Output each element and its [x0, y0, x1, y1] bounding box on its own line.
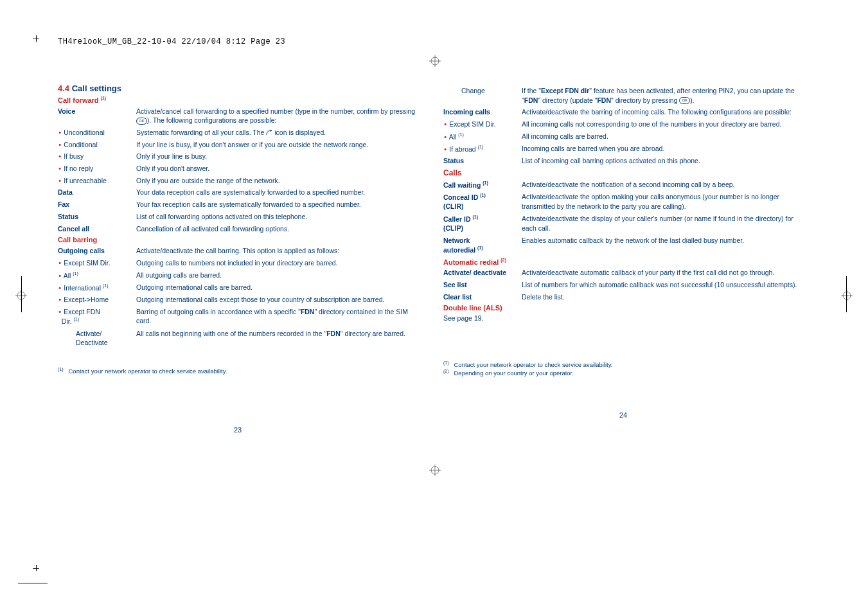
registration-mark: [429, 465, 441, 476]
row-value: Your fax reception calls are systematica…: [136, 200, 418, 209]
row-value: Only if you are outside the range of the…: [136, 176, 418, 186]
row-label: Fax: [58, 200, 136, 209]
row-label: • All (1): [443, 132, 522, 141]
row-value: Activate/cancel call forwarding to a spe…: [136, 107, 418, 125]
row-value: Only if your line is busy.: [136, 152, 418, 161]
page-number: 24: [443, 411, 803, 419]
section-heading: 4.4 Call settings: [58, 84, 418, 93]
row-label: Incoming calls: [443, 107, 522, 117]
row-value: Outgoing calls to numbers not included i…: [136, 258, 418, 268]
subheading: Automatic redial (2): [443, 258, 803, 266]
subheading: Call forward (1): [58, 96, 418, 104]
row-label: Activate/ deactivate: [443, 268, 522, 278]
row-value: If your line is busy, if you don't answe…: [136, 140, 418, 150]
ok-icon: OK: [679, 97, 690, 104]
row-value: Cancellation of all activated call forwa…: [136, 224, 418, 234]
row-label: • International (1): [58, 283, 136, 292]
row-label: • Except SIM Dir.: [443, 120, 522, 129]
row-label: Caller ID (1)(CLIP): [443, 214, 522, 233]
registration-mark: [841, 290, 853, 301]
row-value: All outgoing calls are barred.: [136, 271, 418, 280]
row-label: Outgoing calls: [58, 246, 136, 256]
row-value: Incoming calls are barred when you are a…: [522, 144, 803, 154]
row-label: Activate/ Deactivate: [58, 329, 136, 348]
subheading: Double line (ALS): [443, 304, 803, 312]
row-value: All calls not beginning with one of the …: [136, 329, 418, 339]
print-header: TH4relook_UM_GB_22-10-04 22/10/04 8:12 P…: [58, 37, 285, 46]
row-value: Delete the list.: [522, 292, 803, 302]
row-label: • Conditional: [58, 140, 136, 150]
row-label: Call waiting (1): [443, 180, 522, 190]
row-label: Status: [58, 212, 136, 222]
page-left: 4.4 Call settings Call forward (1) Voice…: [58, 84, 418, 434]
row-label: Voice: [58, 107, 136, 116]
row-label: Conceal ID (1)(CLIR): [443, 192, 522, 211]
row-value: Activate/deactivate the display of your …: [522, 214, 803, 233]
row-label: • If no reply: [58, 164, 136, 173]
footnote: (1) Contact your network operator to che…: [443, 360, 803, 376]
row-value: Outgoing international calls except thos…: [136, 295, 418, 305]
subheading: Call barring: [58, 236, 418, 244]
row-value: Your data reception calls are systematic…: [136, 188, 418, 197]
row-value: Enables automatic callback by the networ…: [522, 236, 803, 245]
row-value: All incoming calls are barred.: [522, 132, 803, 141]
row-label: • All (1): [58, 271, 136, 280]
fold-mark: [18, 583, 48, 583]
body-text: See page 19.: [443, 314, 803, 322]
row-label: See list: [443, 280, 522, 290]
forward-icon: [266, 130, 272, 136]
page-number: 23: [58, 426, 418, 434]
row-value: Activate/deactivate the barring of incom…: [522, 107, 803, 117]
row-value: Only if you don't answer.: [136, 164, 418, 173]
row-label: Networkautoredial (1): [443, 236, 522, 255]
row-value: If the "Except FDN dir" feature has been…: [522, 86, 803, 105]
row-value: List of numbers for which automatic call…: [522, 280, 803, 290]
row-label: • Unconditional: [58, 128, 136, 138]
crop-mark: [30, 32, 42, 45]
row-value: Activate/deactivate automatic callback o…: [522, 268, 803, 278]
row-label: • If abroad (1): [443, 144, 522, 154]
row-label: • If unreachable: [58, 176, 136, 186]
row-label: • Except SIM Dir.: [58, 258, 136, 268]
page-right: ChangeIf the "Except FDN dir" feature ha…: [443, 84, 803, 434]
row-label: Clear list: [443, 292, 522, 302]
row-value: List of call forwarding options activate…: [136, 212, 418, 222]
row-label: • If busy: [58, 152, 136, 161]
row-value: All incoming calls not corresponding to …: [522, 120, 803, 129]
row-label: Status: [443, 156, 522, 166]
row-label: Change: [443, 86, 522, 96]
registration-mark: [429, 55, 441, 67]
crop-mark: [30, 562, 42, 574]
row-label: • Except->Home: [58, 295, 136, 305]
footnote: (1) Contact your network operator to che…: [58, 367, 418, 375]
row-value: Activate/deactivate the notification of …: [522, 180, 803, 190]
row-value: Outgoing international calls are barred.: [136, 283, 418, 292]
subheading: Calls: [443, 168, 803, 177]
row-value: Systematic forwarding of all your calls.…: [136, 128, 418, 138]
row-value: Activate/deactivate the option making yo…: [522, 192, 803, 211]
row-value: Barring of outgoing calls in accordance …: [136, 307, 418, 326]
row-value: List of incoming call barring options ac…: [522, 156, 803, 166]
row-label: Data: [58, 188, 136, 197]
ok-icon: OK: [136, 118, 147, 125]
row-label: • Except FDN Dir. (1): [58, 307, 136, 326]
registration-mark: [15, 290, 27, 301]
row-label: Cancel all: [58, 224, 136, 234]
row-value: Activate/deactivate the call barring. Th…: [136, 246, 418, 256]
